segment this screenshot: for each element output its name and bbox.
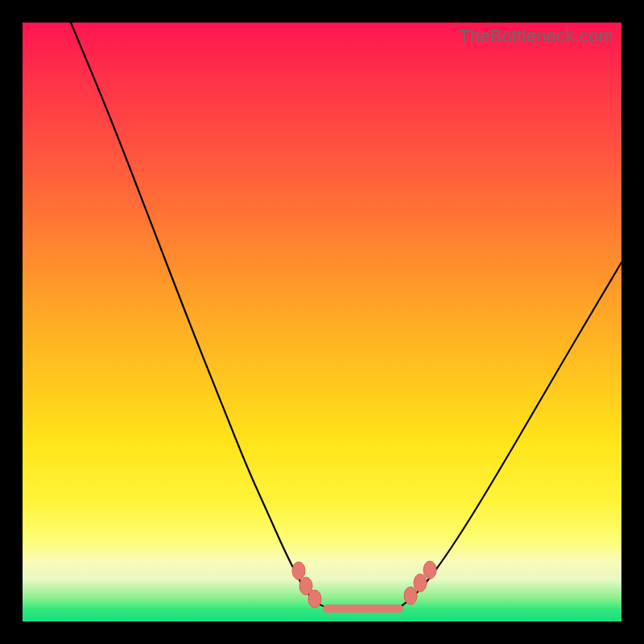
curve-marker [308,590,321,608]
chart-overlay [23,23,621,621]
curve-right [397,262,621,609]
curve-marker [414,574,427,592]
curve-marker [423,561,436,579]
curve-marker [292,562,305,580]
chart-frame: TheBottleneck.com [0,0,644,644]
plot-area: TheBottleneck.com [23,23,621,621]
curve-left [71,23,330,609]
curve-marker [404,587,417,605]
curve-markers [292,561,436,608]
